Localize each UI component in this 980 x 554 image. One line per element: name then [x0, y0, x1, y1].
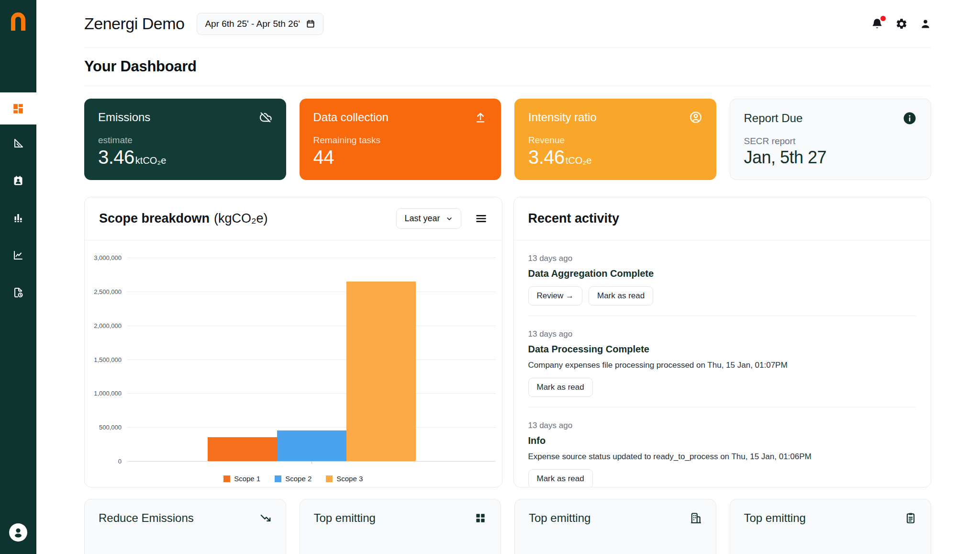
user-avatar-icon: [9, 523, 27, 542]
topbar-icons: [871, 18, 931, 30]
activity-item: 13 days agoData Aggregation CompleteRevi…: [528, 240, 917, 316]
activity-button[interactable]: Mark as read: [589, 286, 653, 305]
stat-card-label: estimate: [98, 135, 272, 146]
chart-ytick-label: 500,000: [99, 424, 122, 431]
scope-chart-plot: 0500,0001,000,0001,500,0002,000,0002,500…: [127, 258, 496, 461]
bottom-card-title: Top emitting: [529, 511, 590, 525]
stat-card-title: Emissions: [98, 111, 150, 124]
clipboard-icon: [904, 512, 917, 524]
chart-ytick-label: 3,000,000: [94, 254, 122, 261]
legend-swatch: [275, 475, 281, 482]
range-selector[interactable]: Last year: [396, 208, 461, 229]
stat-card-unit: ktCO₂e: [135, 155, 166, 166]
settings-button[interactable]: [895, 18, 908, 30]
sidebar-item-line-chart[interactable]: [0, 237, 36, 274]
sidebar-item-contacts[interactable]: [0, 162, 36, 199]
chart-ytick-label: 1,000,000: [94, 390, 122, 397]
bottom-cards-row: Reduce Emissions Top emitting activity T…: [84, 499, 931, 554]
reduce-emissions-card: Reduce Emissions: [84, 499, 286, 554]
main-content: Zenergi Demo Apr 6th 25' - Apr 5th 26': [36, 0, 980, 554]
sidebar-user-avatar[interactable]: [9, 523, 27, 542]
stat-card-title: Report Due: [744, 112, 803, 125]
scope-chart: 0500,0001,000,0001,500,0002,000,0002,500…: [85, 240, 502, 487]
legend-item: Scope 3: [326, 475, 363, 483]
chart-gridline: [127, 326, 496, 326]
chart-gridline: [127, 258, 496, 258]
page-head: Your Dashboard: [84, 48, 931, 86]
date-range-value: Apr 6th 25' - Apr 5th 26': [205, 19, 300, 29]
bar-chart-icon: [12, 212, 24, 224]
bottom-card-title: Reduce Emissions: [99, 511, 194, 525]
legend-label: Scope 3: [336, 475, 363, 483]
activity-list: 13 days agoData Aggregation CompleteRevi…: [514, 240, 931, 487]
line-chart-icon: [12, 249, 24, 261]
trending-down-icon: [259, 512, 272, 524]
activity-button[interactable]: Mark as read: [528, 469, 593, 487]
stat-card-label: SECR report: [744, 136, 917, 147]
top-emitting-facility-card: Top emitting facility: [514, 499, 716, 554]
app-title: Zenergi Demo: [84, 14, 184, 33]
info-icon[interactable]: [902, 111, 917, 125]
activity-title: Info: [528, 435, 917, 446]
stat-card-value: 3.46: [528, 147, 565, 168]
activity-timestamp: 13 days ago: [528, 421, 917, 430]
legend-label: Scope 1: [234, 475, 260, 483]
chart-gridline: [127, 360, 496, 360]
stat-card-value: 3.46: [98, 147, 134, 168]
building-icon: [690, 512, 702, 524]
gear-icon: [895, 18, 908, 30]
stat-card-intensity-ratio: Intensity ratio Revenue 3.46 tCO₂e: [514, 99, 716, 180]
activity-timestamp: 13 days ago: [528, 254, 917, 263]
sidebar-item-reports[interactable]: [0, 274, 36, 311]
hamburger-menu-icon: [475, 212, 488, 225]
bar-scope-2: [277, 430, 346, 461]
stat-card-title: Intensity ratio: [528, 111, 597, 124]
grid-2x2-icon: [474, 512, 487, 524]
chart-xaxis-tick: [312, 461, 312, 464]
activity-title: Data Processing Complete: [528, 344, 917, 355]
activity-description: Expense source status updated to ready_t…: [528, 452, 917, 462]
bar-scope-3: [346, 282, 416, 461]
legend-item: Scope 2: [275, 475, 312, 483]
scope-panel-unit: (kgCO₂e): [214, 211, 268, 226]
stat-card-label: Remaining tasks: [313, 135, 488, 146]
panels-row: Scope breakdown(kgCO₂e) Last year 0500,0…: [84, 197, 931, 487]
activity-description: Company expenses file processing process…: [528, 361, 917, 370]
scope-breakdown-panel: Scope breakdown(kgCO₂e) Last year 0500,0…: [84, 197, 502, 487]
stat-card-data-collection: Data collection Remaining tasks 44: [300, 99, 501, 180]
page-title: Your Dashboard: [84, 58, 931, 75]
chart-ytick-label: 0: [118, 458, 122, 465]
stat-card-report-due: Report Due SECR report Jan, 5th 27: [730, 99, 932, 180]
topbar: Zenergi Demo Apr 6th 25' - Apr 5th 26': [84, 0, 931, 48]
stat-card-title: Data collection: [313, 111, 389, 124]
activity-item: 13 days agoInfoExpense source status upd…: [528, 407, 917, 487]
id-card-icon: [12, 175, 24, 186]
stat-card-unit: tCO₂e: [566, 155, 591, 166]
top-emitting-activity-card: Top emitting activity: [300, 499, 501, 554]
bottom-card-title: Top emitting: [314, 511, 376, 525]
activity-button[interactable]: Review →: [528, 286, 582, 305]
file-clock-icon: [12, 287, 24, 298]
stat-card-value: 44: [313, 147, 334, 168]
chart-menu-button[interactable]: [475, 212, 488, 225]
chart-gridline: [127, 427, 496, 428]
chart-ytick-label: 2,500,000: [94, 288, 122, 295]
sidebar-item-bar-chart[interactable]: [0, 199, 36, 237]
activity-item: 13 days agoData Processing CompleteCompa…: [528, 316, 917, 407]
chart-ytick-label: 1,500,000: [94, 356, 122, 363]
user-circle-icon: [689, 111, 702, 124]
calendar-icon: [306, 19, 315, 29]
top-emitting-supplier-card: Top emitting: [730, 499, 932, 554]
scope-panel-title: Scope breakdown(kgCO₂e): [99, 211, 268, 226]
activity-timestamp: 13 days ago: [528, 329, 917, 339]
activity-button[interactable]: Mark as read: [528, 378, 593, 397]
sidebar-item-dashboard[interactable]: [0, 92, 36, 124]
stat-card-emissions: Emissions estimate 3.46 ktCO₂e: [84, 99, 286, 180]
date-range-picker[interactable]: Apr 6th 25' - Apr 5th 26': [197, 13, 323, 35]
brand-logo-icon: [11, 12, 25, 31]
sidebar-item-measure[interactable]: [0, 124, 36, 162]
activity-buttons: Mark as read: [528, 469, 917, 487]
profile-button[interactable]: [920, 18, 931, 30]
notifications-button[interactable]: [871, 18, 883, 30]
activity-buttons: Review →Mark as read: [528, 286, 917, 305]
